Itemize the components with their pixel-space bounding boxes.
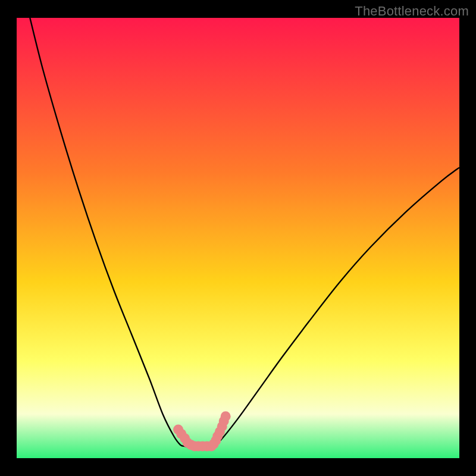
plot-svg bbox=[17, 18, 459, 458]
heat-gradient bbox=[17, 18, 459, 458]
svg-point-16 bbox=[221, 411, 231, 421]
plot-area bbox=[17, 18, 459, 458]
chart-container: TheBottleneck.com bbox=[0, 0, 476, 476]
watermark-text: TheBottleneck.com bbox=[355, 4, 469, 19]
